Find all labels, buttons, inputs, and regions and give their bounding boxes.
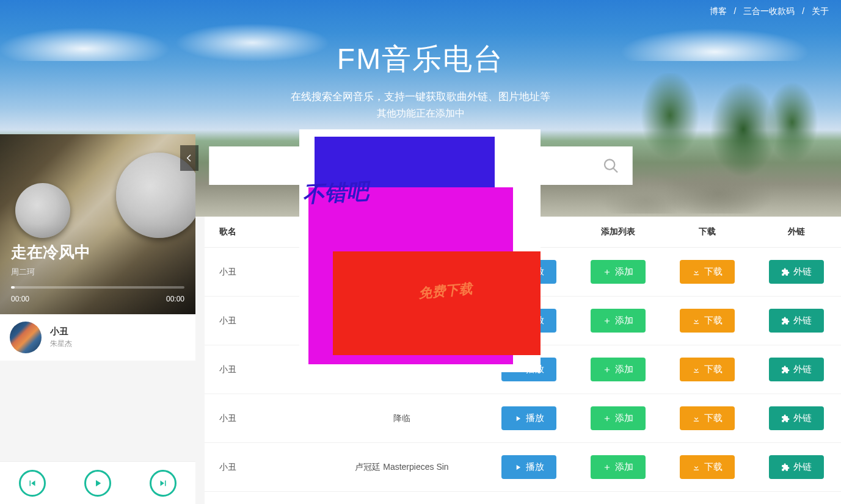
cell-album: 降临 [319,394,485,443]
col-link: 外链 [752,217,841,248]
nav-separator: / [802,6,804,16]
queue-item-title: 小丑 [50,326,186,337]
table-row: 小丑小丑播放添加下载外链 [205,492,841,505]
play-track-button[interactable]: 播放 [501,455,556,479]
play-icon [514,463,522,472]
download-track-button[interactable]: 下载 [680,455,735,479]
progress-fill [11,286,15,289]
queue-item-artist: 朱星杰 [50,339,186,349]
next-button[interactable] [150,470,177,497]
play-icon [92,478,103,489]
now-playing-overlay: 走在冷风中 周二珂 00:00 00:00 [0,134,195,314]
plus-icon [603,365,611,374]
download-icon [692,463,701,472]
plus-icon [603,463,611,472]
col-download: 下载 [663,217,752,248]
search-button[interactable] [589,146,632,185]
player-panel: 走在冷风中 周二珂 00:00 00:00 小丑 朱星杰 [0,134,195,361]
plus-icon [603,414,611,423]
skip-previous-icon [27,478,38,489]
cell-song: 小丑 [205,394,319,443]
queue-item-art [10,322,42,353]
external-link-button[interactable]: 外链 [769,406,824,430]
puzzle-icon [781,317,790,325]
download-track-button[interactable]: 下载 [680,309,735,333]
cell-song: 小丑 [205,492,319,505]
external-link-button[interactable]: 外链 [769,260,824,284]
play-button[interactable] [84,470,111,497]
add-track-button[interactable]: 添加 [591,309,646,333]
external-link-button[interactable]: 外链 [769,309,824,333]
cell-song: 小丑 [205,443,319,492]
download-track-button[interactable]: 下载 [680,358,735,381]
prev-button[interactable] [19,470,46,497]
skip-next-icon [158,478,169,489]
add-track-button[interactable]: 添加 [591,358,646,381]
overlay-text-1: 不错吧 [302,176,369,210]
plus-icon [603,268,611,276]
download-track-button[interactable]: 下载 [680,260,735,284]
now-playing-title: 走在冷风中 [11,242,184,263]
queue-item[interactable]: 小丑 朱星杰 [0,314,195,361]
time-row: 00:00 00:00 [11,295,184,303]
cell-album: 小丑 [319,492,485,505]
puzzle-icon [781,268,790,276]
puzzle-icon [781,463,790,472]
page-subtitle-2: 其他功能正在添加中 [0,107,841,120]
time-elapsed: 00:00 [11,295,29,303]
overlay-red-block [333,251,541,355]
external-link-button[interactable]: 外链 [769,358,824,381]
add-track-button[interactable]: 添加 [591,406,646,430]
nav-link-payment[interactable]: 三合一收款码 [743,6,795,16]
player-collapse-button[interactable] [180,145,198,171]
svg-point-0 [605,159,614,169]
play-queue[interactable]: 小丑 朱星杰 [0,314,195,361]
top-nav: 博客 / 三合一收款码 / 关于 [710,6,829,17]
popup-overlay[interactable]: 不错吧 免费下载 [299,129,541,372]
external-link-button[interactable]: 外链 [769,455,824,479]
progress-bar[interactable] [11,286,184,289]
now-playing-art: 走在冷风中 周二珂 00:00 00:00 [0,134,195,314]
download-icon [692,317,701,325]
cell-album: 卢冠廷 Masterpieces Sin [319,443,485,492]
nav-link-about[interactable]: 关于 [812,6,829,16]
player-controls [0,461,195,504]
puzzle-icon [781,365,790,374]
nav-separator: / [734,6,737,16]
col-add: 添加列表 [573,217,663,248]
chevron-left-icon [184,153,194,163]
search-icon [602,157,619,175]
table-row: 小丑降临播放添加下载外链 [205,394,841,443]
download-track-button[interactable]: 下载 [680,406,735,430]
add-track-button[interactable]: 添加 [591,260,646,284]
download-icon [692,414,701,423]
table-row: 小丑卢冠廷 Masterpieces Sin播放添加下载外链 [205,443,841,492]
play-icon [514,414,522,423]
download-icon [692,268,701,276]
svg-line-1 [613,168,617,172]
play-track-button[interactable]: 播放 [501,406,556,430]
nav-link-blog[interactable]: 博客 [710,6,727,16]
time-duration: 00:00 [166,295,184,303]
plus-icon [603,317,611,325]
now-playing-artist: 周二珂 [11,267,184,278]
puzzle-icon [781,414,790,423]
page-subtitle: 在线搜索全网音乐，支持一键获取歌曲外链、图片地址等 [0,90,841,104]
download-icon [692,365,701,374]
add-track-button[interactable]: 添加 [591,455,646,479]
